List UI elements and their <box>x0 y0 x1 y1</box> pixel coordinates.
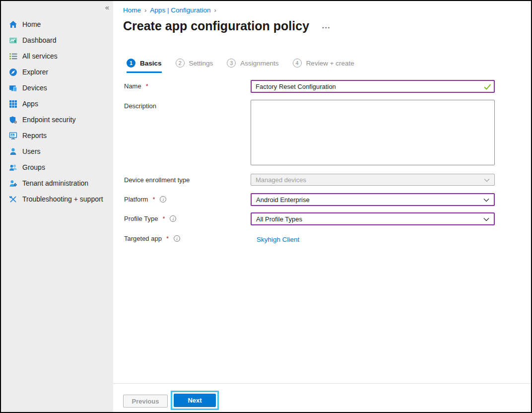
info-icon[interactable]: i <box>170 215 176 222</box>
sidebar-item-groups[interactable]: Groups <box>1 159 113 175</box>
tab-label: Assignments <box>240 60 278 67</box>
sidebar-item-users[interactable]: Users <box>1 143 113 159</box>
sidebar-item-reports[interactable]: Reports <box>1 128 113 143</box>
breadcrumb: Home › Apps | Configuration › <box>123 6 216 14</box>
tab-label: Review + create <box>306 60 354 67</box>
previous-button[interactable]: Previous <box>123 395 168 408</box>
device-enrollment-type-select: Managed devices <box>251 174 495 186</box>
select-value: All Profile Types <box>256 215 302 223</box>
troubleshooting-tools-icon <box>9 195 17 204</box>
label-text: Description <box>124 102 156 110</box>
info-icon[interactable]: i <box>160 196 166 203</box>
platform-select[interactable]: Android Enterprise <box>251 193 495 206</box>
targeted-app-link[interactable]: Skyhigh Client <box>257 236 299 243</box>
sidebar-item-apps[interactable]: Apps <box>1 96 113 112</box>
label-text: Profile Type <box>124 215 158 222</box>
reports-monitor-icon <box>9 132 17 140</box>
sidebar-item-label: Home <box>22 20 41 28</box>
breadcrumb-separator: › <box>144 6 146 14</box>
all-services-icon <box>9 52 17 61</box>
sidebar-item-label: Dashboard <box>22 36 57 44</box>
required-asterisk: * <box>162 215 165 222</box>
description-textarea[interactable] <box>251 100 495 165</box>
sidebar-item-label: Apps <box>22 100 38 108</box>
required-asterisk: * <box>166 235 169 242</box>
home-icon <box>9 20 17 29</box>
sidebar-item-all-services[interactable]: All services <box>1 48 113 64</box>
chevron-down-icon <box>483 215 489 223</box>
required-asterisk: * <box>146 82 148 90</box>
sidebar-item-home[interactable]: Home <box>1 16 113 32</box>
sidebar-item-label: Reports <box>22 132 47 139</box>
sidebar-item-troubleshooting-support[interactable]: Troubleshooting + support <box>1 191 113 207</box>
tab-label: Settings <box>189 60 213 67</box>
more-menu-icon[interactable]: ··· <box>322 21 331 32</box>
device-enrollment-type-label: Device enrollment type <box>124 176 190 184</box>
name-input[interactable] <box>251 80 495 93</box>
screenshot-frame: « Home Dashboard All services <box>0 0 532 413</box>
tab-settings[interactable]: 2 Settings <box>176 59 213 73</box>
devices-icon <box>9 84 17 92</box>
chevron-down-icon <box>484 176 490 184</box>
apps-grid-icon <box>9 100 17 108</box>
page-title: Create app configuration policy <box>123 19 309 33</box>
targeted-app-label: Targeted app* i <box>124 235 180 242</box>
tab-review-create[interactable]: 4 Review + create <box>293 59 354 73</box>
shield-gear-icon <box>9 116 17 124</box>
tab-label: Basics <box>140 60 162 67</box>
sidebar-item-label: Devices <box>22 84 47 92</box>
page-title-row: Create app configuration policy ··· <box>123 19 331 33</box>
step-2-circle: 2 <box>176 59 185 68</box>
portal-window: « Home Dashboard All services <box>1 1 531 412</box>
label-text: Device enrollment type <box>124 176 190 184</box>
explorer-compass-icon <box>9 68 17 76</box>
main-content: Home › Apps | Configuration › Create app… <box>113 1 531 412</box>
breadcrumb-home-link[interactable]: Home <box>123 6 141 14</box>
label-text: Name <box>124 82 141 90</box>
sidebar-item-label: Tenant administration <box>22 179 88 187</box>
sidebar-nav: Home Dashboard All services Explorer <box>1 16 113 207</box>
sidebar-item-label: All services <box>22 52 58 60</box>
step-3-circle: 3 <box>227 59 236 68</box>
tab-assignments[interactable]: 3 Assignments <box>227 59 278 73</box>
footer-divider <box>113 383 531 384</box>
tab-basics[interactable]: 1 Basics <box>127 59 162 73</box>
sidebar-item-dashboard[interactable]: Dashboard <box>1 32 113 48</box>
required-asterisk: * <box>152 196 155 203</box>
breadcrumb-separator: › <box>214 6 216 14</box>
tenant-admin-icon <box>9 179 17 188</box>
step-4-circle: 4 <box>293 59 302 68</box>
label-text: Targeted app <box>124 235 162 242</box>
sidebar-item-label: Groups <box>22 163 45 171</box>
profile-type-select[interactable]: All Profile Types <box>251 212 495 225</box>
info-icon[interactable]: i <box>174 235 180 242</box>
user-icon <box>9 147 17 156</box>
sidebar-item-label: Endpoint security <box>22 116 75 124</box>
next-button-highlight: Next <box>171 391 219 410</box>
wizard-tabs: 1 Basics 2 Settings 3 Assignments 4 Revi… <box>127 59 354 73</box>
group-icon <box>9 163 17 172</box>
select-value: Managed devices <box>256 176 306 184</box>
sidebar-item-tenant-administration[interactable]: Tenant administration <box>1 175 113 191</box>
sidebar-item-label: Explorer <box>22 68 48 76</box>
platform-label: Platform* i <box>124 196 166 203</box>
label-text: Platform <box>124 196 148 203</box>
sidebar-item-explorer[interactable]: Explorer <box>1 64 113 80</box>
chevron-down-icon <box>483 196 489 204</box>
sidebar: « Home Dashboard All services <box>1 1 113 412</box>
description-field-wrap <box>251 100 495 167</box>
sidebar-item-devices[interactable]: Devices <box>1 80 113 96</box>
sidebar-item-label: Troubleshooting + support <box>22 195 103 203</box>
select-value: Android Enterprise <box>256 196 310 204</box>
sidebar-item-label: Users <box>22 147 41 155</box>
sidebar-collapse-icon[interactable]: « <box>105 3 109 11</box>
sidebar-item-endpoint-security[interactable]: Endpoint security <box>1 112 113 128</box>
description-label: Description <box>124 102 156 110</box>
step-1-circle: 1 <box>127 59 135 68</box>
name-label: Name* <box>124 82 148 90</box>
breadcrumb-apps-configuration-link[interactable]: Apps | Configuration <box>150 6 210 14</box>
next-button[interactable]: Next <box>174 394 216 407</box>
name-field-wrap <box>251 80 495 93</box>
profile-type-label: Profile Type* i <box>124 215 176 222</box>
valid-checkmark-icon <box>484 83 491 92</box>
